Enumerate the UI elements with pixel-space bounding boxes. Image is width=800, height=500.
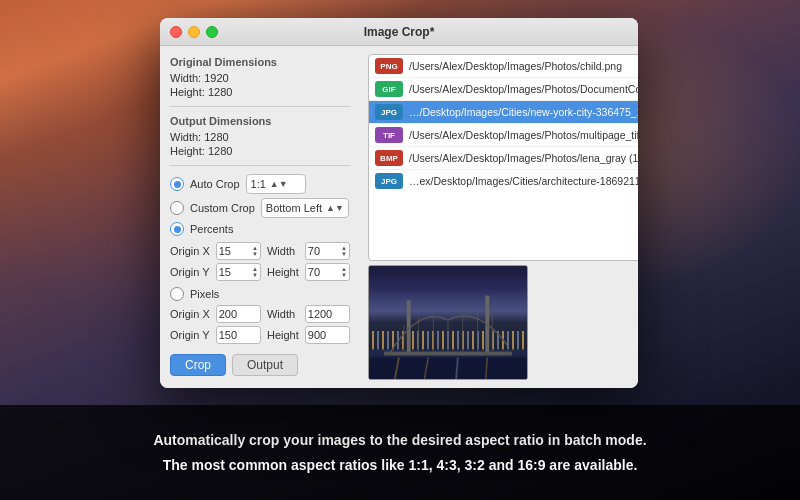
- position-select[interactable]: Bottom Left ▲▼: [261, 198, 349, 218]
- px-origin-y-label: Origin Y: [170, 329, 210, 341]
- origin-x-down[interactable]: ▼: [252, 251, 258, 257]
- px-origin-x-label: Origin X: [170, 308, 210, 320]
- origin-y-input[interactable]: 15 ▲ ▼: [216, 263, 261, 281]
- px-width-input[interactable]: 1200: [305, 305, 350, 323]
- file-badge: GIF: [375, 81, 403, 97]
- file-badge: JPG: [375, 173, 403, 189]
- px-origin-x-value: 200: [219, 308, 258, 320]
- px-height-input[interactable]: 900: [305, 326, 350, 344]
- aspect-ratio-value: 1:1: [251, 178, 266, 190]
- file-path: /Users/Alex/Desktop/Images/Photos/lena_g…: [409, 152, 638, 164]
- out-height-row: Height: 1280: [170, 145, 350, 157]
- out-height-label: Height:: [170, 145, 205, 157]
- aspect-ratio-arrow: ▲▼: [270, 179, 288, 189]
- svg-rect-9: [384, 352, 512, 356]
- file-item[interactable]: JPG…/Desktop/Images/Cities/new-york-city…: [369, 101, 638, 124]
- height-spinner[interactable]: ▲ ▼: [341, 266, 347, 278]
- custom-crop-label: Custom Crop: [190, 202, 255, 214]
- bottom-description: Automatically crop your images to the de…: [0, 405, 800, 500]
- file-path: …ex/Desktop/Images/Cities/architecture-1…: [409, 175, 638, 187]
- file-badge: TIF: [375, 127, 403, 143]
- origin-y-label: Origin Y: [170, 266, 210, 278]
- origin-x-value: 15: [219, 245, 250, 257]
- minimize-button[interactable]: [188, 26, 200, 38]
- width-input[interactable]: 70 ▲ ▼: [305, 242, 350, 260]
- width-value: 70: [308, 245, 339, 257]
- pixels-row: Pixels: [170, 287, 350, 301]
- width-label: Width: [267, 245, 299, 257]
- file-path: /Users/Alex/Desktop/Images/Photos/multip…: [409, 129, 638, 141]
- tab-output[interactable]: Output: [232, 354, 298, 376]
- tab-crop[interactable]: Crop: [170, 354, 226, 376]
- aspect-ratio-select[interactable]: 1:1 ▲▼: [246, 174, 306, 194]
- percents-label: Percents: [190, 223, 233, 235]
- orig-width-label: Width:: [170, 72, 201, 84]
- file-item[interactable]: PNG/Users/Alex/Desktop/Images/Photos/chi…: [369, 55, 638, 78]
- orig-height-value: 1280: [208, 86, 232, 98]
- window-title: Image Crop*: [364, 25, 435, 39]
- svg-rect-10: [369, 357, 526, 380]
- right-panel: PNG/Users/Alex/Desktop/Images/Photos/chi…: [360, 46, 638, 388]
- bottom-line2: The most common aspect ratios like 1:1, …: [163, 455, 638, 476]
- file-badge: PNG: [375, 58, 403, 74]
- position-value: Bottom Left: [266, 202, 322, 214]
- auto-crop-label: Auto Crop: [190, 178, 240, 190]
- px-origin-x-input[interactable]: 200: [216, 305, 261, 323]
- origin-y-down[interactable]: ▼: [252, 272, 258, 278]
- bottom-line1: Automatically crop your images to the de…: [153, 430, 646, 451]
- orig-height-label: Height:: [170, 86, 205, 98]
- out-width-row: Width: 1280: [170, 131, 350, 143]
- out-width-label: Width:: [170, 131, 201, 143]
- px-origin-y-value: 150: [219, 329, 258, 341]
- origin-x-label: Origin X: [170, 245, 210, 257]
- right-top: PNG/Users/Alex/Desktop/Images/Photos/chi…: [368, 54, 638, 261]
- preview-area: [368, 265, 528, 380]
- pixels-radio[interactable]: [170, 287, 184, 301]
- auto-crop-row: Auto Crop 1:1 ▲▼: [170, 174, 350, 194]
- percents-row: Percents: [170, 222, 350, 236]
- custom-crop-row: Custom Crop Bottom Left ▲▼: [170, 198, 350, 218]
- pixel-fields: Origin X 200 Width 1200 Origin Y 150 Hei…: [170, 305, 350, 344]
- file-item[interactable]: JPG…ex/Desktop/Images/Cities/architectur…: [369, 170, 638, 192]
- origin-y-spinner[interactable]: ▲ ▼: [252, 266, 258, 278]
- file-item[interactable]: GIF/Users/Alex/Desktop/Images/Photos/Doc…: [369, 78, 638, 101]
- bridge-svg: [369, 271, 527, 380]
- bottom-tabs: Crop Output: [170, 354, 350, 376]
- main-window: Image Crop* Original Dimensions Width: 1…: [160, 18, 638, 388]
- output-dimensions-label: Output Dimensions: [170, 115, 350, 127]
- origin-x-input[interactable]: 15 ▲ ▼: [216, 242, 261, 260]
- out-width-value: 1280: [204, 131, 228, 143]
- file-list: PNG/Users/Alex/Desktop/Images/Photos/chi…: [368, 54, 638, 261]
- file-item[interactable]: TIF/Users/Alex/Desktop/Images/Photos/mul…: [369, 124, 638, 147]
- close-button[interactable]: [170, 26, 182, 38]
- origin-x-spinner[interactable]: ▲ ▼: [252, 245, 258, 257]
- file-badge: BMP: [375, 150, 403, 166]
- width-down[interactable]: ▼: [341, 251, 347, 257]
- auto-crop-radio[interactable]: [170, 177, 184, 191]
- custom-crop-radio[interactable]: [170, 201, 184, 215]
- px-width-value: 1200: [308, 308, 347, 320]
- px-height-label: Height: [267, 329, 299, 341]
- titlebar: Image Crop*: [160, 18, 638, 46]
- height-down[interactable]: ▼: [341, 272, 347, 278]
- bridge-preview: [369, 266, 527, 379]
- file-path: …/Desktop/Images/Cities/new-york-city-33…: [409, 106, 638, 118]
- position-arrow: ▲▼: [326, 203, 344, 213]
- traffic-lights: [170, 26, 218, 38]
- px-width-label: Width: [267, 308, 299, 320]
- px-origin-y-input[interactable]: 150: [216, 326, 261, 344]
- height-label: Height: [267, 266, 299, 278]
- orig-width-value: 1920: [204, 72, 228, 84]
- height-value: 70: [308, 266, 339, 278]
- width-spinner[interactable]: ▲ ▼: [341, 245, 347, 257]
- out-height-value: 1280: [208, 145, 232, 157]
- file-badge: JPG: [375, 104, 403, 120]
- height-input[interactable]: 70 ▲ ▼: [305, 263, 350, 281]
- file-path: /Users/Alex/Desktop/Images/Photos/Docume…: [409, 83, 638, 95]
- file-item[interactable]: BMP/Users/Alex/Desktop/Images/Photos/len…: [369, 147, 638, 170]
- original-dimensions-label: Original Dimensions: [170, 56, 350, 68]
- px-height-value: 900: [308, 329, 347, 341]
- percent-fields: Origin X 15 ▲ ▼ Width 70 ▲ ▼ Origin: [170, 242, 350, 281]
- maximize-button[interactable]: [206, 26, 218, 38]
- percents-radio[interactable]: [170, 222, 184, 236]
